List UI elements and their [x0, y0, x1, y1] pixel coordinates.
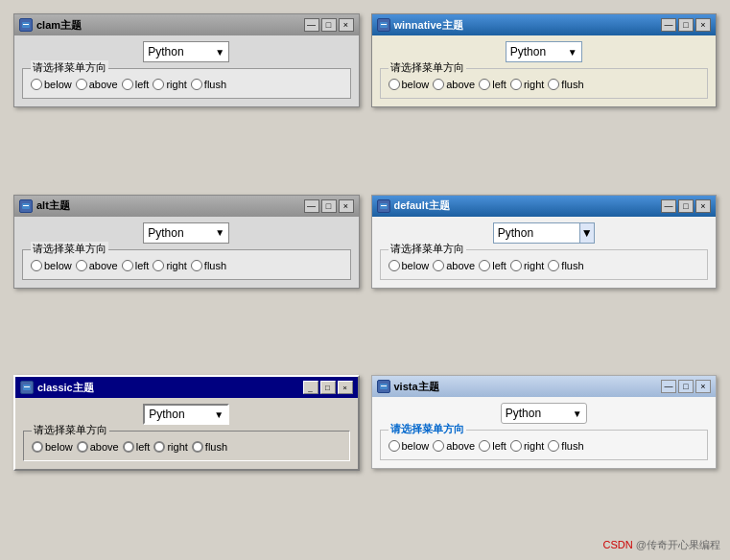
default-radio-flush-label: flush	[561, 260, 583, 271]
vista-radio-left[interactable]: left	[479, 440, 506, 452]
default-radio-above[interactable]: above	[433, 260, 475, 271]
winnative-radio-left[interactable]: left	[479, 79, 506, 90]
clam-radio-flush-circle	[191, 79, 202, 90]
clam-radio-below-label: below	[44, 79, 72, 90]
default-dropdown-btn[interactable]: ▼	[579, 222, 595, 244]
alt-dropdown-row: Python ▼	[22, 222, 351, 244]
winnative-body: Python ▼ 请选择菜单方向 below above	[372, 35, 717, 106]
default-radio-above-circle	[433, 260, 444, 271]
svg-rect-3	[381, 24, 387, 25]
alt-radio-right-label: right	[166, 260, 186, 271]
classic-radio-above[interactable]: above	[77, 441, 119, 453]
vista-title-buttons: — □ ×	[661, 380, 711, 393]
winnative-radio-right[interactable]: right	[510, 79, 544, 90]
winnative-groupbox: 请选择菜单方向 below above left	[380, 68, 709, 99]
classic-radio-row: below above left right	[32, 435, 341, 455]
clam-dropdown[interactable]: Python ▼	[143, 41, 229, 62]
alt-radio-below-label: below	[44, 260, 72, 271]
winnative-minimize[interactable]: —	[661, 18, 676, 32]
alt-dropdown-arrow: ▼	[215, 227, 224, 238]
vista-radio-right[interactable]: right	[510, 440, 544, 452]
default-radio-below[interactable]: below	[389, 260, 430, 271]
vista-radio-above-circle	[433, 440, 444, 452]
alt-minimize[interactable]: —	[304, 199, 319, 213]
classic-radio-left-circle	[123, 441, 134, 453]
alt-radio-above[interactable]: above	[76, 260, 118, 271]
vista-dropdown-value: Python	[506, 407, 541, 420]
vista-radio-left-label: left	[492, 440, 506, 452]
classic-maximize[interactable]: □	[320, 381, 336, 394]
alt-radio-right[interactable]: right	[153, 260, 186, 271]
vista-radio-right-label: right	[524, 440, 544, 452]
vista-groupbox-label: 请选择菜单方向	[389, 422, 466, 436]
clam-maximize[interactable]: □	[321, 18, 337, 32]
clam-title-buttons: — □ ×	[304, 18, 354, 32]
default-minimize[interactable]: —	[661, 199, 676, 213]
classic-radio-left[interactable]: left	[123, 441, 151, 453]
default-groupbox-label: 请选择菜单方向	[389, 242, 466, 256]
alt-close[interactable]: ×	[339, 199, 354, 213]
vista-radio-flush[interactable]: flush	[548, 440, 583, 452]
app-icon-default	[377, 199, 390, 213]
classic-radio-below[interactable]: below	[32, 441, 73, 453]
vista-maximize[interactable]: □	[678, 380, 694, 393]
winnative-radio-above[interactable]: above	[433, 79, 475, 90]
winnative-radio-above-label: above	[446, 79, 475, 90]
clam-radio-right[interactable]: right	[153, 79, 186, 90]
titlebar-alt: alt主题 — □ ×	[14, 196, 359, 217]
classic-radio-flush[interactable]: flush	[192, 441, 227, 453]
vista-radio-above[interactable]: above	[433, 440, 475, 452]
winnative-radio-flush-label: flush	[561, 79, 583, 90]
watermark-csdn: CSDN	[603, 539, 636, 550]
alt-radio-above-circle	[76, 260, 87, 271]
classic-minimize[interactable]: _	[303, 381, 318, 394]
vista-minimize[interactable]: —	[661, 380, 676, 393]
watermark: CSDN @传奇开心果编程	[603, 538, 720, 552]
classic-close[interactable]: ×	[338, 381, 353, 394]
app-icon-vista	[377, 380, 390, 393]
winnative-radio-below[interactable]: below	[389, 79, 430, 90]
default-radio-flush[interactable]: flush	[548, 260, 583, 271]
clam-radio-right-circle	[153, 79, 164, 90]
alt-dropdown[interactable]: Python ▼	[143, 222, 229, 244]
clam-close[interactable]: ×	[339, 18, 354, 32]
winnative-radio-flush[interactable]: flush	[548, 79, 583, 90]
default-dropdown-row: Python ▼	[380, 222, 709, 244]
classic-dropdown[interactable]: Python ▼	[143, 404, 229, 425]
clam-minimize[interactable]: —	[304, 18, 319, 32]
winnative-maximize[interactable]: □	[678, 18, 694, 32]
vista-radio-below-label: below	[402, 440, 430, 452]
alt-radio-below[interactable]: below	[31, 260, 72, 271]
default-maximize[interactable]: □	[678, 199, 694, 213]
classic-radio-right[interactable]: right	[153, 441, 187, 453]
default-close[interactable]: ×	[695, 199, 711, 213]
classic-radio-above-circle	[77, 441, 88, 453]
winnative-dropdown[interactable]: Python ▼	[506, 41, 582, 62]
vista-dropdown[interactable]: Python ▼	[501, 403, 587, 424]
winnative-radio-flush-circle	[548, 79, 559, 90]
winnative-close[interactable]: ×	[695, 18, 711, 32]
default-radio-left[interactable]: left	[479, 260, 506, 271]
app-icon-alt	[19, 199, 33, 213]
cell-clam: clam主题 — □ × Python ▼ 请选择菜单方向	[8, 8, 365, 189]
vista-radio-right-circle	[510, 440, 522, 452]
clam-radio-flush[interactable]: flush	[191, 79, 226, 90]
vista-close[interactable]: ×	[695, 380, 711, 393]
winnative-dropdown-row: Python ▼	[380, 41, 709, 62]
default-dropdown-btn-arrow: ▼	[581, 226, 593, 240]
alt-radio-above-label: above	[89, 260, 118, 271]
vista-dropdown-row: Python ▼	[380, 403, 709, 424]
clam-radio-below[interactable]: below	[31, 79, 72, 90]
alt-radio-flush[interactable]: flush	[191, 260, 226, 271]
alt-radio-left[interactable]: left	[122, 260, 150, 271]
clam-radio-left-circle	[122, 79, 133, 90]
alt-radio-flush-label: flush	[204, 260, 226, 271]
vista-radio-below[interactable]: below	[389, 440, 430, 452]
clam-radio-above[interactable]: above	[76, 79, 118, 90]
main-grid: clam主题 — □ × Python ▼ 请选择菜单方向	[0, 0, 730, 560]
classic-title: classic主题	[37, 381, 303, 395]
default-radio-right[interactable]: right	[510, 260, 544, 271]
default-dropdown[interactable]: Python	[493, 222, 579, 244]
clam-radio-left[interactable]: left	[122, 79, 150, 90]
alt-maximize[interactable]: □	[321, 199, 337, 213]
